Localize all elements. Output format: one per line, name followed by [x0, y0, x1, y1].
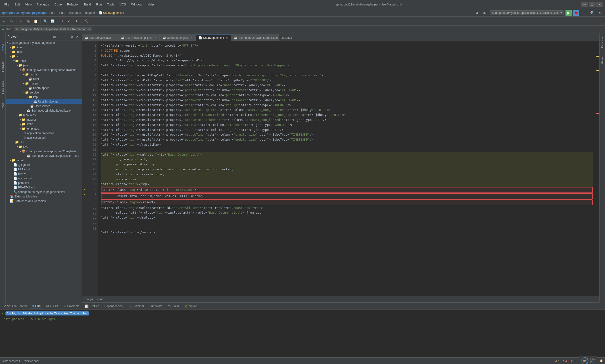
vcs-update[interactable]: ⬇: [59, 18, 66, 24]
tree-arrow[interactable]: ▸: [10, 51, 11, 53]
run-config-selector[interactable]: Springboot28MybatisApplicationTests.test…: [490, 11, 564, 15]
menu-view[interactable]: View: [23, 2, 34, 7]
paste-button[interactable]: 📋: [32, 18, 39, 24]
tree-item-resources[interactable]: ▾ 📁 resources: [6, 113, 82, 117]
event-log-icon[interactable]: 📋: [600, 359, 603, 362]
tree-arrow[interactable]: ▸: [20, 127, 21, 130]
tree-item--gitignore[interactable]: 📄 .gitignore: [6, 162, 82, 167]
build-project[interactable]: 🔨: [83, 18, 90, 24]
bottom-tab-build[interactable]: 🔨 Build: [165, 304, 182, 309]
menu-vcs[interactable]: VCS: [117, 2, 128, 7]
minimize-button[interactable]: ─: [581, 2, 588, 7]
vcs-commit[interactable]: ✔: [66, 18, 73, 24]
tree-arrow[interactable]: ▾: [7, 41, 8, 44]
tree-arrow[interactable]: ▾: [17, 64, 18, 67]
tree-item-pom-xml[interactable]: 📄 pom.xml: [6, 181, 82, 185]
run-tab-close[interactable]: ×: [88, 28, 90, 31]
bottom-tab-dependencies[interactable]: Dependencies: [101, 304, 125, 309]
tree-item-java[interactable]: ▾ 📁 java: [6, 63, 82, 67]
breadcrumb-resources[interactable]: resources: [69, 11, 82, 14]
vcs-push[interactable]: ⬆: [73, 18, 80, 24]
tree-item-domain[interactable]: ▸ 📁 domain: [6, 72, 82, 77]
tree-arrow[interactable]: ▸: [20, 123, 21, 125]
tree-arrow[interactable]: ▾: [27, 96, 28, 98]
sidebar-scroll-end-icon[interactable]: ⊞: [52, 35, 57, 39]
code-editor[interactable]: ●● 1234567891011121314151617181920212223…: [82, 41, 599, 296]
tree-item-static[interactable]: ▸ 📁 static: [6, 122, 82, 126]
tree-item-springboot28mybatisapplication[interactable]: ☕ Springboot28MybatisApplication: [6, 108, 82, 113]
bottom-tab-terminal[interactable]: ⬛ Terminal: [125, 304, 147, 309]
tree-arrow[interactable]: ▾: [10, 55, 11, 58]
tree-item-help-md[interactable]: 📄 HELP.md: [6, 167, 82, 171]
bottom-tab-spring[interactable]: 🌿 Spring: [181, 304, 200, 309]
tree-arrow[interactable]: ▾: [20, 150, 21, 153]
sidebar-collapse-icon[interactable]: −: [64, 35, 68, 39]
nav-back[interactable]: ◀: [474, 10, 480, 16]
tree-item-userservice[interactable]: ☕ UserService: [6, 104, 82, 108]
tree-item-templates[interactable]: ▸ 📁 templates: [6, 126, 82, 131]
editor-tab-usermapper-xml[interactable]: 📄UserMapper.xml✕: [196, 34, 231, 41]
tree-arrow[interactable]: ▸: [20, 118, 21, 121]
tree-item--mvn[interactable]: ▸ 📁 .mvn: [6, 50, 82, 54]
tree-item--idea[interactable]: ▸ 📁 .idea: [6, 45, 82, 50]
maximize-button[interactable]: □: [589, 2, 595, 7]
menu-tools[interactable]: Tools: [105, 2, 117, 7]
tree-arrow[interactable]: ▾: [17, 114, 18, 116]
tab-close-btn[interactable]: ✕: [294, 36, 296, 39]
sidebar-expand-icon[interactable]: ≡: [58, 35, 63, 39]
tree-item-springboot28-mybatis-pagehelper[interactable]: ▾ 🗂 springboot28-mybatis-pagehelper: [6, 40, 82, 45]
editor-tab-userserviceimpl-java[interactable]: ☕UserServiceImpl.java✕: [118, 34, 160, 41]
menu-window[interactable]: Window: [129, 2, 145, 7]
tree-arrow[interactable]: ▾: [20, 68, 21, 71]
tree-item-target[interactable]: ▸ 📁 target: [6, 158, 82, 162]
copy-button[interactable]: ⎘: [25, 18, 32, 24]
menu-build[interactable]: Build: [82, 2, 93, 7]
tree-item-readme-md[interactable]: 📄 README.md: [6, 185, 82, 190]
bottom-tab-todo[interactable]: ☑ TODO: [43, 304, 61, 309]
tree-arrow[interactable]: ▸: [23, 73, 25, 76]
breadcrumb-project[interactable]: springboot28-mybatis-pagehelper: [1, 11, 47, 14]
tab-close-btn[interactable]: ✕: [191, 36, 193, 39]
code-content[interactable]: <?xml"attr"> version="1.0""attr"> encodi…: [98, 41, 595, 296]
right-tab-database[interactable]: Database: [600, 35, 605, 50]
bottom-tab-problems[interactable]: ⚠ Problems: [61, 304, 82, 309]
tree-item-com-bjpowernode-springboot28mybatis[interactable]: ▾ 📦 com.bjpowernode.springboot28mybatis: [6, 67, 82, 72]
tree-arrow[interactable]: ▾: [13, 141, 14, 143]
breadcrumb-file[interactable]: 📄 UserMapper.xml: [99, 11, 124, 14]
left-tab-web[interactable]: Web: [0, 101, 5, 110]
bottom-tab-profiler[interactable]: 📊 Profiler: [82, 304, 101, 309]
tree-arrow[interactable]: ▾: [17, 145, 18, 148]
breadcrumb-src[interactable]: src: [51, 11, 55, 14]
tree-arrow[interactable]: ▸: [23, 82, 25, 85]
undo-button[interactable]: ↩: [1, 18, 8, 24]
left-tab-project[interactable]: Project: [0, 42, 5, 54]
tree-arrow[interactable]: ▸: [10, 46, 11, 49]
tree-item-mvnw-cmd[interactable]: 📄 mvnw.cmd: [6, 176, 82, 181]
menu-help[interactable]: Help: [145, 2, 156, 7]
find-button[interactable]: 🔍: [42, 18, 49, 24]
tree-item-mvnw[interactable]: 📄 mvnw: [6, 171, 82, 176]
tree-item-mapper[interactable]: ▸ 📁 mapper: [6, 117, 82, 122]
menu-run[interactable]: Run: [94, 2, 104, 7]
tree-item-src[interactable]: ▾ 📁 src: [6, 54, 82, 59]
menu-navigate[interactable]: Navigate: [35, 2, 52, 7]
tab-close-btn[interactable]: ✕: [154, 36, 156, 39]
tree-item-com-bjpowernode-springboot28mybatis[interactable]: ▾ 📦 com.bjpowernode.springboot28mybatis: [6, 149, 82, 154]
debug-marker[interactable]: ●: [83, 187, 85, 191]
tree-arrow[interactable]: ▸: [27, 78, 28, 80]
menu-code[interactable]: Code: [52, 2, 64, 7]
editor-tab-usermapper-java[interactable]: ☕UserMapper.java✕: [160, 34, 196, 41]
menu-file[interactable]: File: [2, 2, 12, 7]
tree-item-service[interactable]: ▾ 📁 service: [6, 90, 82, 95]
breadcrumb-main[interactable]: main: [59, 11, 65, 14]
cut-button[interactable]: ✂: [18, 18, 25, 24]
menu-edit[interactable]: Edit: [12, 2, 22, 7]
tree-item-user[interactable]: ▸ ☕ User: [6, 77, 82, 81]
tree-item-main[interactable]: ▾ 📁 main: [6, 59, 82, 63]
left-tab-bookmarks[interactable]: Bookmarks: [0, 79, 5, 96]
search-everywhere[interactable]: 🔍: [589, 10, 595, 16]
bottom-tab-version-control[interactable]: ⎇ Version Control: [0, 304, 29, 309]
tree-item-application-properties[interactable]: ⚙ application.properties: [6, 131, 82, 135]
tree-item-application-yml[interactable]: ⚙ application.yml: [6, 135, 82, 140]
coverage-button[interactable]: ⏱: [581, 10, 587, 16]
